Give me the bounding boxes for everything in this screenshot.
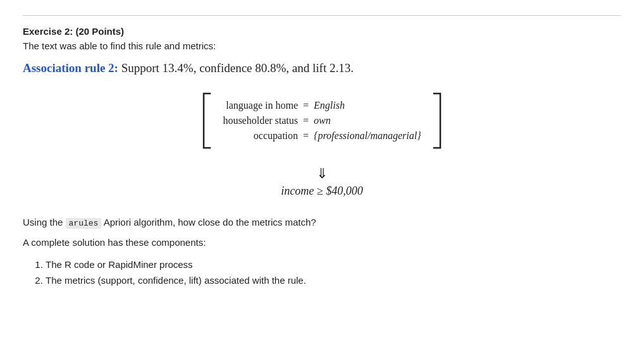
cond3-eq: =: [303, 130, 309, 142]
cond2-eq: =: [303, 115, 309, 126]
intro-text: The text was able to find this rule and …: [23, 40, 621, 51]
list-item-1: The R code or RapidMiner process: [46, 257, 621, 273]
cond3-label: occupation: [223, 130, 298, 142]
top-divider: [23, 15, 621, 16]
rule-block: language in home = English householder s…: [23, 92, 621, 210]
solution-list: The R code or RapidMiner process The met…: [46, 257, 621, 289]
rule-conditions: language in home = English householder s…: [213, 92, 431, 149]
right-bracket-icon: [431, 92, 445, 149]
cond3-value: {professional/managerial}: [314, 130, 421, 142]
rule-box-container: language in home = English householder s…: [199, 92, 445, 149]
cond1-value: English: [314, 100, 421, 111]
cond1-eq: =: [303, 100, 309, 111]
complete-solution-label: A complete solution has these components…: [23, 236, 621, 250]
rule-metrics: Support 13.4%, confidence 80.8%, and lif…: [118, 61, 354, 75]
rule-label: Association rule 2:: [23, 61, 118, 75]
arules-question-pre: Using the: [23, 217, 66, 228]
list-item-2: The metrics (support, confidence, lift) …: [46, 272, 621, 289]
cond2-value: own: [314, 115, 421, 126]
down-arrow: ⇓: [316, 166, 328, 182]
cond2-label: householder status: [223, 115, 298, 126]
arules-code: arules: [66, 218, 102, 229]
exercise-title: Exercise 2: (20 Points): [23, 26, 621, 37]
association-rule-line: Association rule 2: Support 13.4%, confi…: [23, 60, 621, 77]
cond1-label: language in home: [223, 100, 298, 111]
arules-question: Using the arules Apriori algorithm, how …: [23, 215, 621, 230]
left-bracket-icon: [199, 92, 213, 149]
arules-question-post: Apriori algorithm, how close do the metr…: [101, 217, 316, 228]
conclusion: income ≥ $40,000: [281, 185, 362, 198]
